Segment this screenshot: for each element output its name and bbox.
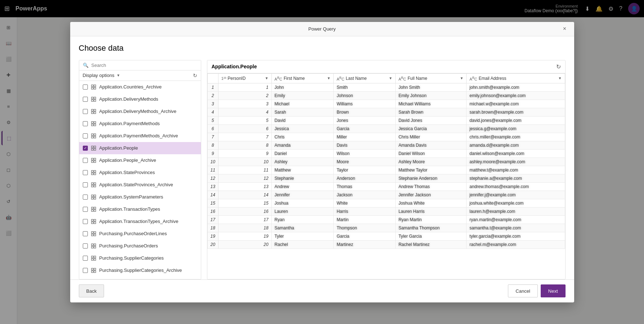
table-checkbox[interactable] xyxy=(83,207,88,212)
cancel-button[interactable]: Cancel xyxy=(508,284,537,297)
svg-rect-40 xyxy=(91,207,93,209)
table-row: 99DanielWilsonDaniel Wilsondaniel.wilson… xyxy=(207,150,565,158)
svg-rect-58 xyxy=(91,259,93,260)
table-row: 1212StephanieAndersonStephanie Andersons… xyxy=(207,174,565,183)
row-number: 19 xyxy=(207,232,218,241)
right-panel: Application.People ↻ 1²³ PersonID ▼ ABC … xyxy=(207,60,566,279)
back-button[interactable]: Back xyxy=(79,284,104,297)
svg-rect-28 xyxy=(91,170,93,172)
table-list-item[interactable]: Application.SystemParameters xyxy=(79,191,201,203)
person-id-cell: 5 xyxy=(218,117,271,125)
col-header: ABC First Name ▼ xyxy=(271,73,334,83)
data-cell: Matthew Taylor xyxy=(395,166,466,174)
table-checkbox[interactable] xyxy=(83,195,88,200)
dialog-close-button[interactable]: × xyxy=(560,24,570,34)
row-number: 5 xyxy=(207,117,218,125)
data-cell: Matthew xyxy=(271,166,334,174)
table-checkbox[interactable] xyxy=(83,146,88,151)
table-list-item[interactable]: Purchasing.SupplierCategories_Archive xyxy=(79,264,201,277)
table-list-item[interactable]: Application.PaymentMethods_Archive xyxy=(79,130,201,142)
table-list-item[interactable]: Application.TransactionTypes_Archive xyxy=(79,215,201,228)
svg-rect-1 xyxy=(94,85,96,87)
data-cell: ryan.martin@example.com xyxy=(467,216,565,224)
data-table: 1²³ PersonID ▼ ABC First Name ▼ ABC Last… xyxy=(207,73,565,249)
data-table-wrapper[interactable]: 1²³ PersonID ▼ ABC First Name ▼ ABC Last… xyxy=(207,73,565,279)
table-checkbox[interactable] xyxy=(83,231,88,236)
search-input[interactable] xyxy=(91,63,197,68)
col-filter-icon[interactable]: ▼ xyxy=(327,76,330,80)
table-checkbox[interactable] xyxy=(83,109,88,114)
row-number: 18 xyxy=(207,224,218,232)
table-row: 1717RyanMartinRyan Martinryan.martin@exa… xyxy=(207,216,565,224)
table-list-item[interactable]: Purchasing.Suppliers xyxy=(79,277,201,279)
row-number: 7 xyxy=(207,133,218,141)
table-checkbox[interactable] xyxy=(83,219,88,224)
table-list-item[interactable]: Application.DeliveryMethods_Archive xyxy=(79,105,201,118)
col-filter-icon[interactable]: ▼ xyxy=(460,76,463,80)
svg-rect-31 xyxy=(94,173,96,175)
data-cell: White xyxy=(334,199,396,207)
col-name: PersonID xyxy=(228,76,246,81)
display-options-refresh-icon[interactable]: ↻ xyxy=(193,73,197,78)
svg-rect-55 xyxy=(94,246,96,248)
data-cell: Martin xyxy=(334,216,396,224)
choose-data-dialog: Power Query × Choose data 🔍 Display opti… xyxy=(70,22,574,302)
table-checkbox[interactable] xyxy=(83,85,88,90)
table-grid-icon xyxy=(91,158,96,163)
person-id-cell: 6 xyxy=(218,125,271,133)
table-checkbox[interactable] xyxy=(83,268,88,273)
svg-rect-7 xyxy=(94,100,96,101)
preview-refresh-icon[interactable]: ↻ xyxy=(556,63,561,70)
row-number: 6 xyxy=(207,125,218,133)
table-list-item[interactable]: Purchasing.PurchaseOrders xyxy=(79,240,201,252)
table-list-item[interactable]: Application.StateProvinces xyxy=(79,166,201,179)
table-list-item[interactable]: Application.Countries_Archive xyxy=(79,81,201,93)
data-cell: Jennifer xyxy=(271,191,334,199)
svg-rect-20 xyxy=(91,146,93,148)
data-cell: jennifer.j@example.com xyxy=(467,191,565,199)
data-cell: Samantha xyxy=(271,224,334,232)
svg-rect-54 xyxy=(91,246,93,248)
table-item-name: Application.StateProvinces_Archive xyxy=(99,182,173,187)
table-list-item[interactable]: Purchasing.PurchaseOrderLines xyxy=(79,228,201,240)
table-checkbox[interactable] xyxy=(83,133,88,138)
svg-rect-35 xyxy=(94,185,96,187)
table-checkbox[interactable] xyxy=(83,182,88,187)
table-list-item[interactable]: Application.People_Archive xyxy=(79,154,201,166)
table-list-item[interactable]: Application.StateProvinces_Archive xyxy=(79,179,201,191)
display-options-label: Display options xyxy=(83,73,114,78)
next-button[interactable]: Next xyxy=(541,284,566,297)
svg-rect-3 xyxy=(94,87,96,89)
table-checkbox[interactable] xyxy=(83,97,88,102)
data-cell: Lauren xyxy=(271,207,334,216)
col-filter-icon[interactable]: ▼ xyxy=(265,76,269,80)
svg-rect-6 xyxy=(91,100,93,101)
svg-rect-43 xyxy=(94,210,96,211)
data-cell: Jackson xyxy=(334,191,396,199)
row-number: 16 xyxy=(207,207,218,216)
table-list-item[interactable]: Application.TransactionTypes xyxy=(79,203,201,215)
col-filter-icon[interactable]: ▼ xyxy=(558,76,562,80)
table-grid-icon xyxy=(91,85,96,90)
table-list-item[interactable]: Application.DeliveryMethods xyxy=(79,93,201,105)
person-id-cell: 10 xyxy=(218,158,271,166)
table-checkbox[interactable] xyxy=(83,243,88,248)
table-item-name: Application.People xyxy=(99,145,138,151)
table-checkbox[interactable] xyxy=(83,256,88,261)
data-cell: Jessica xyxy=(271,125,334,133)
table-grid-icon xyxy=(91,195,96,200)
data-cell: Garcia xyxy=(334,232,396,241)
display-options-bar[interactable]: Display options ▼ ↻ xyxy=(79,70,201,81)
data-cell: Miller xyxy=(334,133,396,141)
table-list-item[interactable]: Application.People xyxy=(79,142,201,154)
col-filter-icon[interactable]: ▼ xyxy=(389,76,392,80)
person-id-cell: 11 xyxy=(218,166,271,174)
table-list-item[interactable]: Application.PaymentMethods xyxy=(79,118,201,130)
col-name: Last Name xyxy=(346,76,367,81)
table-list-item[interactable]: Purchasing.SupplierCategories xyxy=(79,252,201,264)
data-cell: Moore xyxy=(334,158,396,166)
col-type-icon: ABC xyxy=(469,76,477,81)
table-checkbox[interactable] xyxy=(83,158,88,163)
table-checkbox[interactable] xyxy=(83,121,88,126)
table-checkbox[interactable] xyxy=(83,170,88,175)
